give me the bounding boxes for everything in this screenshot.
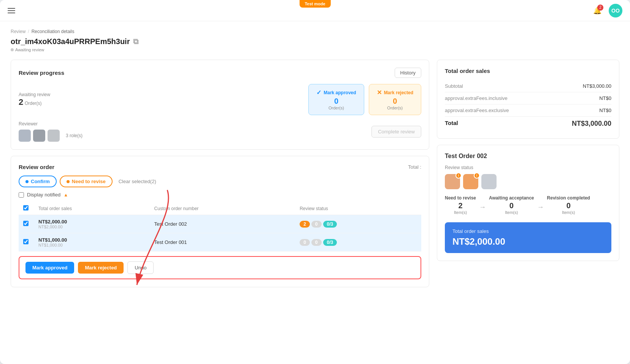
reviewer-role-count: 3 role(s) — [66, 133, 83, 138]
reviewer-status-avatar-1: ! — [445, 174, 460, 189]
topbar: Test mode 🔔 2 OO — [0, 0, 630, 21]
avatar-badge-2: ! — [474, 173, 480, 179]
reviewer-status-avatars: ! ! — [445, 174, 611, 189]
status-badges-2: 0 0 0/3 — [300, 239, 417, 246]
avatar[interactable]: OO — [609, 4, 622, 17]
reviewer-label: Reviewer — [19, 121, 83, 127]
subtotal-row: Subtotal NT$3,000.00 — [445, 80, 611, 92]
menu-icon[interactable] — [8, 8, 15, 13]
reviewer-status-avatar-3 — [481, 174, 497, 189]
review-order-card: Review order Total : Confirm Need to rev… — [11, 156, 429, 287]
reviewer-avatars — [19, 130, 60, 142]
sort-icon[interactable]: ▲ — [63, 192, 68, 198]
badge-teal-2: 0/3 — [323, 239, 337, 246]
page-title: otr_im4xoK03a4uPRRPEm5h3uir ⧉ — [11, 37, 619, 46]
flow-arrow-2: → — [537, 203, 544, 211]
row-price-2: NT$1,000.00 NT$1,000.00 — [34, 233, 150, 252]
two-col-layout: Review progress History Awaiting review … — [11, 60, 619, 293]
undo-button[interactable]: Undo — [127, 261, 154, 274]
select-all-checkbox[interactable] — [23, 205, 29, 210]
row-checkbox-2[interactable] — [23, 239, 29, 244]
main-content: Review / Reconciliation details otr_im4x… — [0, 21, 630, 301]
notification-button[interactable]: 🔔 2 — [590, 4, 604, 17]
breadcrumb-separator: / — [28, 29, 29, 34]
status-badges-1: 2 0 0/3 — [300, 221, 417, 228]
col-header-custom-order: Custom order number — [150, 202, 295, 215]
mark-approved-unit: Order(s) — [316, 106, 356, 110]
mark-rejected-button[interactable]: Mark rejected — [78, 262, 124, 274]
extra-exclusive-row: approval.extraFees.exclusive NT$0 — [445, 104, 611, 117]
extra-inclusive-label: approval.extraFees.inclusive — [445, 95, 508, 101]
review-status-label: Review status — [445, 165, 611, 170]
row-order-name-2: Test Order 001 — [150, 233, 295, 252]
avatar-badge-1: ! — [455, 173, 462, 179]
review-order-header: Review order Total : — [19, 164, 421, 170]
display-notified-label: Display notified — [27, 192, 60, 198]
need-to-revise-button[interactable]: Need to revise — [60, 176, 113, 187]
awaiting-label: Awaiting review — [19, 92, 50, 97]
display-notified-row: Display notified ▲ — [19, 192, 421, 198]
breadcrumb-parent[interactable]: Review — [11, 29, 25, 34]
history-button[interactable]: History — [395, 68, 421, 78]
total-order-sales-card: Total order sales Subtotal NT$3,000.00 a… — [437, 60, 619, 139]
extra-inclusive-row: approval.extraFees.inclusive NT$0 — [445, 92, 611, 104]
mark-rejected-count: 0 — [377, 97, 413, 106]
total-order-sales-blue: Total order sales NT$2,000.00 — [445, 222, 611, 253]
total-row: Total NT$3,000.00 — [445, 117, 611, 131]
complete-review-button[interactable]: Complete review — [371, 126, 421, 138]
display-notified-checkbox[interactable] — [19, 192, 24, 198]
reviewer-avatars-row: 3 role(s) — [19, 130, 83, 142]
extra-exclusive-label: approval.extraFees.exclusive — [445, 108, 509, 113]
col-header-total-sales: Total order sales — [34, 202, 150, 215]
mark-approved-button[interactable]: Mark approved — [25, 262, 74, 274]
badge-teal-1: 0/3 — [323, 221, 337, 228]
subtotal-value: NT$3,000.00 — [583, 83, 611, 89]
flow-item-awaiting-acceptance: Awaiting acceptance 0 Item(s) — [489, 195, 534, 215]
reviewer-row: Reviewer 3 role(s) Complete review — [19, 121, 421, 142]
flow-arrow-1: → — [479, 203, 486, 211]
total-order-sales-blue-label: Total order sales — [452, 228, 604, 234]
action-buttons: Confirm Need to revise Clear selected(2) — [19, 176, 421, 187]
extra-exclusive-value: NT$0 — [599, 108, 611, 113]
flow-item-revision-completed: Revision completed 0 Item(s) — [547, 195, 590, 215]
topbar-right: 🔔 2 OO — [590, 4, 622, 17]
table-row[interactable]: NT$2,000.00 NT$2,000.00 Test Order 002 2… — [19, 215, 421, 233]
right-column: Total order sales Subtotal NT$3,000.00 a… — [437, 60, 619, 293]
review-progress-card: Review progress History Awaiting review … — [11, 60, 429, 150]
confirm-button[interactable]: Confirm — [19, 176, 57, 187]
total-value: NT$3,000.00 — [572, 120, 611, 128]
row-checkbox-1[interactable] — [23, 221, 29, 226]
subtotal-label: Subtotal — [445, 83, 463, 89]
left-column: Review progress History Awaiting review … — [11, 60, 429, 293]
reviewer-avatar-3 — [48, 130, 60, 142]
test-order-panel: Test Order 002 Review status ! — [437, 145, 619, 261]
test-order-title: Test Order 002 — [445, 153, 611, 160]
test-mode-badge: Test mode — [299, 0, 330, 8]
card-header: Review progress History — [19, 68, 421, 78]
mark-rejected-box: ✕ Mark rejected 0 Order(s) — [369, 84, 421, 115]
reviewer-info: Reviewer 3 role(s) — [19, 121, 83, 142]
status-boxes: ✓ Mark approved 0 Order(s) ✕ Mark reject… — [308, 84, 421, 115]
revise-dot-icon — [67, 180, 70, 183]
review-progress-title: Review progress — [19, 70, 64, 76]
topbar-left — [8, 8, 15, 13]
reviewer-avatar-2 — [33, 130, 45, 142]
badge-gray-2a: 0 — [300, 239, 310, 246]
table-row[interactable]: NT$1,000.00 NT$1,000.00 Test Order 001 0… — [19, 233, 421, 252]
notification-badge: 2 — [597, 5, 603, 11]
mark-approved-label: ✓ Mark approved — [316, 89, 356, 96]
awaiting-info: Awaiting review 2 Order(s) — [19, 92, 50, 107]
col-header-review-status: Review status — [295, 202, 421, 215]
badge-gray-1: 0 — [311, 221, 322, 228]
review-order-title: Review order — [19, 164, 54, 170]
badge-gray-2b: 0 — [311, 239, 322, 246]
total-label: Total — [445, 120, 458, 128]
flow-item-need-revise: Need to revise 2 Item(s) — [445, 195, 476, 215]
copy-icon[interactable]: ⧉ — [133, 39, 139, 45]
badge-orange-1: 2 — [300, 221, 310, 228]
clear-selected-button[interactable]: Clear selected(2) — [116, 176, 159, 187]
reviewer-avatar-1 — [19, 130, 31, 142]
mark-approved-count: 0 — [316, 97, 356, 106]
progress-row: Awaiting review 2 Order(s) ✓ Mark approv… — [19, 84, 421, 115]
mark-rejected-label: ✕ Mark rejected — [377, 89, 413, 96]
